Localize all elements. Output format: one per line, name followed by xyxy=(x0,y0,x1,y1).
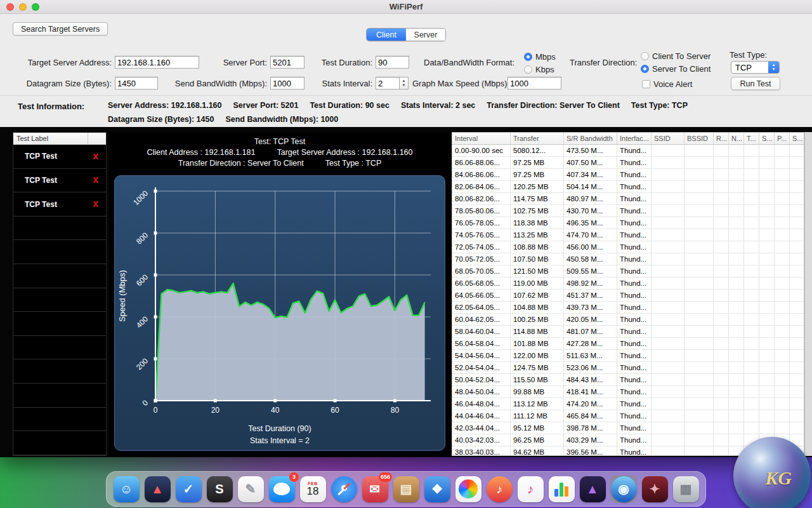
table-row[interactable]: 76.05-78.05...118.38 MB496.35 M...Thund.… xyxy=(452,217,804,229)
wifiperf-app-dock-icon[interactable]: ◉ xyxy=(610,475,638,503)
delete-test-icon[interactable]: X xyxy=(93,152,98,161)
rocket-app-dock-icon[interactable]: ▲ xyxy=(143,475,171,503)
photos-dock-icon[interactable] xyxy=(454,475,482,503)
run-test-button[interactable]: Run Test xyxy=(731,77,780,90)
radio-kbps[interactable]: Kbps xyxy=(524,64,554,74)
graph-max-speed-input[interactable] xyxy=(508,77,561,90)
test-duration-input[interactable] xyxy=(376,56,409,69)
column-header[interactable]: P... xyxy=(775,133,790,144)
test-row[interactable] xyxy=(13,408,106,432)
test-row[interactable]: TCP TestX xyxy=(13,145,106,169)
column-header[interactable]: N... xyxy=(729,133,744,144)
delete-test-icon[interactable]: X xyxy=(93,199,98,209)
titlebar[interactable]: WiFiPerf xyxy=(0,0,812,14)
table-row[interactable]: 82.06-84.06...120.25 MB504.14 M...Thund.… xyxy=(452,181,804,193)
radio-server-to-client[interactable]: Server To Client xyxy=(641,64,710,74)
test-row[interactable] xyxy=(13,336,106,360)
itunes-dock-icon[interactable]: ♪ xyxy=(485,475,513,503)
test-row[interactable] xyxy=(13,431,106,455)
stats-interval-input[interactable] xyxy=(376,77,400,90)
column-header[interactable]: BSSID xyxy=(684,133,714,144)
table-row[interactable]: 54.04-56.04...122.00 MB511.63 M...Thund.… xyxy=(452,350,804,362)
messages-dock-icon[interactable]: 3 xyxy=(268,475,296,503)
table-row[interactable]: 86.06-88.06...97.25 MB407.50 M...Thund..… xyxy=(452,157,804,169)
column-header[interactable]: T... xyxy=(744,133,759,144)
table-row[interactable]: 62.05-64.05...104.88 MB439.73 M...Thund.… xyxy=(452,302,804,314)
column-header[interactable]: S... xyxy=(759,133,775,144)
table-row[interactable]: 48.04-50.04...99.88 MB418.41 M...Thund..… xyxy=(452,386,804,398)
table-row[interactable]: 66.05-68.05...119.00 MB498.92 M...Thund.… xyxy=(452,277,804,290)
server-to-client-radio-icon[interactable] xyxy=(641,65,649,73)
test-list-header[interactable]: Test Label xyxy=(13,133,106,145)
table-row[interactable]: 44.04-46.04...111.12 MB465.84 M...Thund.… xyxy=(452,410,804,422)
trash-dock-icon[interactable]: ▦ xyxy=(672,475,700,503)
svg-text:60: 60 xyxy=(331,406,339,415)
column-header[interactable]: S... xyxy=(790,133,804,144)
column-header[interactable]: Transfer xyxy=(511,133,564,144)
table-cell xyxy=(744,157,759,168)
table-row[interactable]: 60.04-62.05...100.25 MB420.05 M...Thund.… xyxy=(452,314,804,326)
test-row[interactable] xyxy=(13,359,106,384)
prism-app-dock-icon[interactable]: ▲ xyxy=(579,475,606,503)
test-type-dropdown[interactable]: TCP ▲▼ xyxy=(731,61,780,74)
dark-s-app-dock-icon[interactable]: S xyxy=(206,475,233,503)
search-target-servers-button[interactable]: Search Target Servers xyxy=(13,22,108,36)
segment-server[interactable]: Server xyxy=(406,29,445,41)
table-row[interactable]: 56.04-58.04...101.88 MB427.28 M...Thund.… xyxy=(452,338,804,350)
table-row[interactable]: 70.05-72.05...107.50 MB450.58 M...Thund.… xyxy=(452,253,804,265)
delete-test-icon[interactable]: X xyxy=(93,175,98,185)
test-row[interactable] xyxy=(13,240,106,264)
table-row[interactable]: 64.05-66.05...107.62 MB451.37 M...Thund.… xyxy=(452,290,804,302)
mbps-radio-icon[interactable] xyxy=(524,53,532,61)
results-scrollbar[interactable] xyxy=(804,132,812,456)
textedit-dock-icon[interactable]: ✎ xyxy=(237,475,265,503)
test-row[interactable] xyxy=(13,264,106,288)
target-server-address-input[interactable] xyxy=(115,56,199,69)
blue-app-dock-icon[interactable]: ❖ xyxy=(423,475,451,503)
server-port-input[interactable] xyxy=(270,56,304,69)
stats-interval-stepper[interactable]: ▲▼ xyxy=(400,77,409,90)
test-row[interactable] xyxy=(13,312,106,336)
safari-dock-icon[interactable] xyxy=(330,475,358,503)
send-bandwidth-input[interactable] xyxy=(270,77,304,90)
kbps-radio-icon[interactable] xyxy=(524,65,532,74)
table-row[interactable]: 42.03-44.04...95.12 MB398.78 M...Thund..… xyxy=(452,422,804,434)
column-header[interactable]: R... xyxy=(714,133,729,144)
test-row[interactable]: TCP TestX xyxy=(13,192,106,217)
table-row[interactable]: 80.06-82.06...114.75 MB480.97 M...Thund.… xyxy=(452,193,804,205)
things-checkmark-dock-icon[interactable]: ✓ xyxy=(174,475,202,503)
test-row[interactable] xyxy=(13,288,106,312)
column-header[interactable]: Interval xyxy=(452,133,511,144)
results-table[interactable]: IntervalTransferS/R BandwidthInterfac...… xyxy=(452,132,804,456)
table-row[interactable]: 52.04-54.04...124.75 MB523.06 M...Thund.… xyxy=(452,362,804,374)
table-row[interactable]: 74.05-76.05...113.25 MB474.70 M...Thund.… xyxy=(452,229,804,241)
table-row[interactable]: 78.05-80.06...102.75 MB430.70 M...Thund.… xyxy=(452,205,804,217)
table-row[interactable]: 58.04-60.04...114.88 MB481.07 M...Thund.… xyxy=(452,326,804,338)
column-header[interactable]: SSID xyxy=(652,133,684,144)
voice-alert-checkbox-row[interactable]: Voice Alert xyxy=(642,79,692,89)
finder-dock-icon[interactable]: ☺ xyxy=(112,475,140,503)
voice-alert-checkbox[interactable] xyxy=(642,80,650,88)
radio-client-to-server[interactable]: Client To Server xyxy=(641,51,710,61)
radio-mbps[interactable]: Mbps xyxy=(524,51,556,62)
table-row[interactable]: 84.06-86.06...97.25 MB407.34 M...Thund..… xyxy=(452,169,804,181)
table-row[interactable]: 50.04-52.04...115.50 MB484.43 M...Thund.… xyxy=(452,374,804,386)
column-header[interactable]: S/R Bandwidth xyxy=(564,133,617,144)
mail-stamp-dock-icon[interactable]: ✉656 xyxy=(361,475,389,503)
column-header[interactable]: Interfac... xyxy=(617,133,652,144)
table-row[interactable]: 68.05-70.05...121.50 MB509.55 M...Thund.… xyxy=(452,265,804,277)
books-dock-icon[interactable]: ▤ xyxy=(392,475,420,503)
music-dock-icon[interactable]: ♪ xyxy=(516,475,544,503)
test-row[interactable]: TCP TestX xyxy=(13,169,106,193)
test-row[interactable] xyxy=(13,217,106,241)
segment-client[interactable]: Client xyxy=(367,29,406,41)
test-row[interactable] xyxy=(13,384,106,408)
client-to-server-radio-icon[interactable] xyxy=(641,52,649,60)
datagram-size-input[interactable] xyxy=(115,77,158,90)
calendar-dock-icon[interactable]: FEB18 xyxy=(299,475,327,503)
table-row[interactable]: 46.04-48.04...113.12 MB474.20 M...Thund.… xyxy=(452,398,804,410)
table-row[interactable]: 72.05-74.05...108.88 MB456.00 M...Thund.… xyxy=(452,241,804,253)
chart-app-dock-icon[interactable] xyxy=(547,475,575,503)
table-row[interactable]: 0.00-90.00 sec5080.12...473.50 M...Thund… xyxy=(452,145,804,157)
dark-red-app-dock-icon[interactable]: ✦ xyxy=(641,475,669,503)
